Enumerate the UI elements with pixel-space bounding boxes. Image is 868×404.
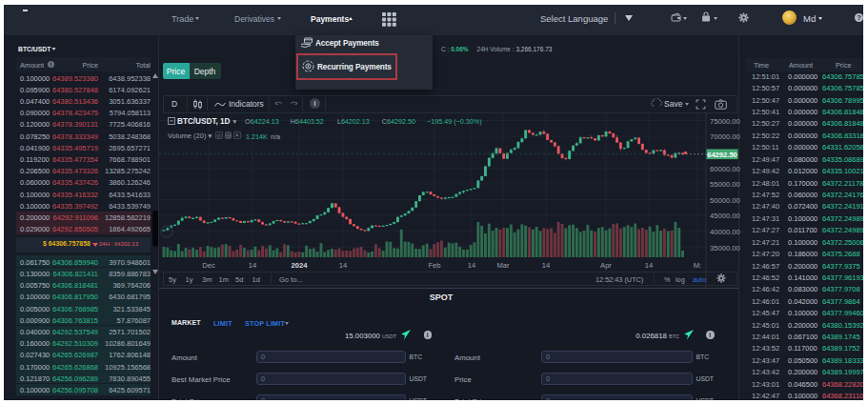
svg-text:64292.50: 64292.50: [707, 151, 737, 159]
